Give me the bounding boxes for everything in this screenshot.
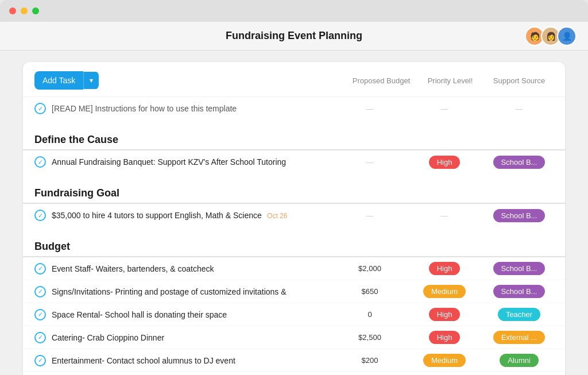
close-dot[interactable] [9,7,16,14]
section-header-1: Fundraising Goal [23,179,565,204]
row-label: Annual Fundraising Banquet: Support KZV'… [52,157,330,167]
avatar: 👤 [557,26,577,46]
table-row: ✓Event Staff- Waiters, bartenders, & coa… [23,257,565,280]
column-headers: Proposed Budget Priority Level! Support … [347,76,554,85]
table-area: ✓ [READ ME] Instructions for how to use … [23,97,565,126]
add-task-dropdown[interactable]: ▾ [83,72,99,89]
budget-value: $650 [335,287,404,296]
sections-container: Define the Cause✓Annual Fundraising Banq… [23,126,565,375]
row-label: $35,000 to hire 4 tutors to support Engl… [52,211,330,220]
row-label: Event Staff- Waiters, bartenders, & coat… [52,264,330,273]
priority-value: High [410,262,479,275]
row-label: Entertainment- Contact school alumnus to… [52,356,330,365]
read-me-label: [READ ME] Instructions for how to use th… [52,104,330,113]
read-me-row: ✓ [READ ME] Instructions for how to use … [23,97,565,120]
budget-value: $2,500 [335,333,404,342]
section-table-0: ✓Annual Fundraising Banquet: Support KZV… [23,150,565,179]
source-value: Alumni [485,354,554,367]
priority-pill: High [429,331,461,344]
check-icon: ✓ [34,286,46,297]
source-pill: School B... [493,262,546,275]
source-value: School B... [485,209,554,222]
priority-value: Medium [410,354,479,367]
source-pill: External ... [493,331,545,344]
table-row: ✓Entertainment- Contact school alumnus t… [23,349,565,372]
page-title: Fundraising Event Planning [226,30,362,42]
source-pill: Teacher [498,308,540,321]
budget-value: 0 [335,310,404,319]
check-icon: ✓ [34,103,46,114]
priority-pill: High [429,156,461,169]
avatar-group: 🧑 👩 👤 [525,26,577,46]
priority-pill: Medium [423,285,466,298]
priority-pill: High [429,308,461,321]
main-content: Add Task ▾ Proposed Budget Priority Leve… [0,51,588,375]
budget-value: — [335,158,404,167]
source-pill: Alumni [500,354,539,367]
priority-value: Medium [410,285,479,298]
table-row: ✓Security- Parking and school ground pro… [23,372,565,375]
col-header-budget: Proposed Budget [347,76,416,85]
priority-val: — [410,105,479,113]
priority-value: High [410,308,479,321]
task-card: Add Task ▾ Proposed Budget Priority Leve… [23,62,565,375]
add-task-button[interactable]: Add Task [34,71,83,90]
table-row: ✓Signs/Invitations- Printing and postage… [23,280,565,303]
priority-value: — [410,211,479,220]
table-row: ✓Catering- Crab Cioppino Dinner$2,500Hig… [23,326,565,349]
check-icon: ✓ [34,309,46,320]
check-icon: ✓ [34,332,46,343]
table-row: ✓$35,000 to hire 4 tutors to support Eng… [23,204,565,227]
check-icon: ✓ [34,263,46,275]
source-value: External ... [485,331,554,344]
section-header-0: Define the Cause [23,126,565,150]
budget-val: — [335,105,404,113]
row-label: Catering- Crab Cioppino Dinner [52,333,330,342]
check-icon: ✓ [34,210,46,221]
col-header-priority: Priority Level! [416,76,485,85]
priority-value: High [410,331,479,344]
source-value: Teacher [485,308,554,321]
priority-pill: High [429,262,461,275]
row-label: Signs/Invitations- Printing and postage … [52,287,330,296]
priority-pill: Medium [423,354,466,367]
check-icon: ✓ [34,156,46,168]
source-value: School B... [485,285,554,298]
table-row: ✓Annual Fundraising Banquet: Support KZV… [23,150,565,173]
minimize-dot[interactable] [21,7,28,14]
col-header-source: Support Source [485,76,554,85]
source-pill: School B... [493,209,546,222]
check-icon: ✓ [34,355,46,366]
toolbar: Add Task ▾ Proposed Budget Priority Leve… [23,62,565,97]
budget-value: — [335,211,404,220]
section-header-2: Budget [23,233,565,257]
section-table-2: ✓Event Staff- Waiters, bartenders, & coa… [23,257,565,375]
table-row: ✓Space Rental- School hall is donating t… [23,303,565,326]
source-pill: School B... [493,156,546,169]
section-table-1: ✓$35,000 to hire 4 tutors to support Eng… [23,204,565,233]
priority-value: High [410,156,479,169]
top-bar: Fundraising Event Planning 🧑 👩 👤 [0,22,588,51]
source-value: School B... [485,262,554,275]
source-pill: School B... [493,285,546,298]
budget-value: $200 [335,356,404,365]
budget-value: $2,000 [335,264,404,273]
source-value: School B... [485,156,554,169]
source-val: — [485,105,554,113]
maximize-dot[interactable] [32,7,39,14]
row-label: Space Rental- School hall is donating th… [52,310,330,319]
add-task-button-group[interactable]: Add Task ▾ [34,71,99,90]
